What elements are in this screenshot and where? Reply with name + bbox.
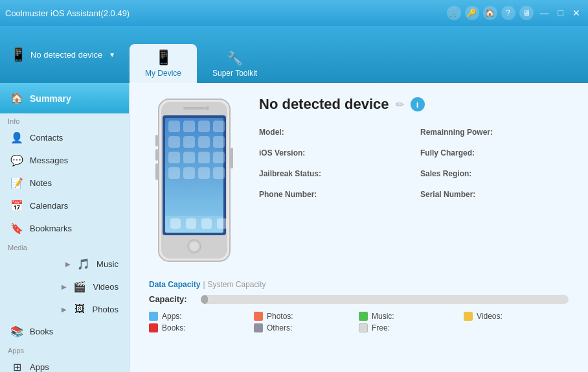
apps-label: Apps [30,362,49,372]
sidebar-item-messages[interactable]: 💬 Messages [0,149,129,172]
model-field: Model: [259,126,407,137]
svg-rect-32 [231,148,233,169]
books-dot [149,323,158,332]
sidebar-item-photos[interactable]: ▶ 🖼 Photos [0,298,129,320]
remaining-power-field: Remainning Power: [420,126,569,137]
monitor-icon[interactable]: 🖥 [519,6,534,20]
media-section-header: Media [0,240,129,253]
help-icon[interactable]: ? [501,6,515,20]
sidebar-item-summary[interactable]: 🏠 Summary [0,83,129,113]
key-icon[interactable]: 🔑 [465,6,479,20]
info-section-header: Info [0,113,129,126]
svg-rect-14 [198,136,210,148]
videos-label: Videos [93,282,119,292]
jailbreak-status-label: Jailbreak Status: [259,169,321,178]
phone-svg [152,96,236,264]
svg-rect-16 [168,152,180,163]
sidebar-item-bookmarks[interactable]: 🔖 Bookmarks [0,217,129,240]
svg-rect-25 [170,218,181,229]
svg-rect-19 [213,152,225,163]
svg-rect-31 [155,163,158,180]
legend-apps: Apps: [149,312,254,321]
calendars-label: Calendars [30,201,68,211]
cart-icon[interactable]: 🛒 [447,6,461,20]
svg-rect-29 [155,135,158,146]
legend-grid: Apps: Photos: Music: Videos: Books: [149,312,569,332]
svg-rect-11 [213,121,225,132]
notes-icon: 📝 [10,177,23,189]
cap-divider: | [203,280,205,289]
close-button[interactable]: ✕ [570,8,583,18]
sidebar-item-apps[interactable]: ⊞ Apps [0,356,129,372]
sidebar-item-notes[interactable]: 📝 Notes [0,172,129,194]
device-details: No detected device ✏ i Model: Remainning… [259,96,569,200]
sidebar-item-contacts[interactable]: 👤 Contacts [0,126,129,149]
music-label: Music [96,259,119,269]
legend-books: Books: [149,323,254,332]
content-area: No detected device ✏ i Model: Remainning… [130,83,588,372]
svg-rect-17 [183,152,195,163]
capacity-bar-row: Capacity: [149,294,569,304]
edit-icon[interactable]: ✏ [396,99,404,111]
books-icon: 📚 [10,325,23,338]
svg-point-6 [205,106,209,110]
device-selector[interactable]: 📱 No detected device ▼ [0,26,130,83]
device-info-row: No detected device ✏ i Model: Remainning… [149,96,569,264]
sidebar-item-videos[interactable]: ▶ 🎬 Videos [0,275,129,298]
photos-expand-icon: ▶ [62,306,67,313]
minimize-button[interactable]: — [537,8,552,18]
data-capacity-tab[interactable]: Data Capacity [149,280,200,289]
nav-bar: 📱 No detected device ▼ 📱 My Device 🔧 Sup… [0,26,588,83]
device-title-row: No detected device ✏ i [259,96,569,113]
music-expand-icon: ▶ [65,261,71,268]
calendars-icon: 📅 [10,200,23,212]
svg-rect-12 [168,136,180,148]
phone-number-label: Phone Number: [259,190,317,199]
svg-point-4 [190,242,199,251]
svg-rect-28 [217,218,227,229]
title-bar: Coolmuster iOS Assistant(2.0.49) 🛒 🔑 🏠 ?… [0,0,588,26]
fully-charged-field: Fully Charged: [420,146,569,158]
bookmarks-icon: 🔖 [10,222,23,235]
svg-rect-26 [186,218,196,229]
legend-music: Music: [359,312,464,321]
sidebar-item-books[interactable]: 📚 Books [0,320,129,343]
sidebar-item-music[interactable]: ▶ 🎵 Music [0,253,129,275]
home-icon[interactable]: 🏠 [483,6,497,20]
device-title: No detected device [259,96,389,113]
app-title: Coolmuster iOS Assistant(2.0.49) [5,8,130,18]
nav-tabs: 📱 My Device 🔧 Super Toolkit [130,26,273,83]
messages-icon: 💬 [10,154,23,167]
maximize-button[interactable]: □ [556,8,566,18]
my-device-tab-icon: 📱 [155,49,172,66]
phone-number-field: Phone Number: [259,188,407,200]
tab-my-device[interactable]: 📱 My Device [130,44,197,83]
legend-free: Free: [359,323,464,332]
photos-icon: 🖼 [73,303,86,315]
music-icon: 🎵 [77,258,90,270]
info-grid: Model: Remainning Power: iOS Version: Fu… [259,126,569,200]
apps-section-header: Apps [0,343,129,356]
messages-label: Messages [30,156,68,165]
super-toolkit-tab-icon: 🔧 [227,51,243,66]
title-bar-left: Coolmuster iOS Assistant(2.0.49) [5,8,130,18]
sidebar-item-calendars[interactable]: 📅 Calendars [0,194,129,217]
info-icon[interactable]: i [411,97,425,111]
main-layout: 🏠 Summary Info 👤 Contacts 💬 Messages 📝 N… [0,83,588,372]
videos-dot [464,312,473,321]
apps-icon: ⊞ [10,361,23,372]
device-selector-icon: 📱 [10,47,27,62]
videos-legend-label: Videos: [477,312,503,321]
photos-label: Photos [93,305,119,314]
system-capacity-tab[interactable]: System Capacity [208,280,266,289]
svg-rect-9 [183,121,195,132]
svg-rect-27 [201,218,212,229]
capacity-section: Data Capacity | System Capacity Capacity… [149,280,569,332]
photos-legend-label: Photos: [267,312,293,321]
sidebar-summary-label: Summary [30,93,71,104]
contacts-icon: 👤 [10,132,23,144]
ios-version-label: iOS Version: [259,148,305,157]
tab-super-toolkit[interactable]: 🔧 Super Toolkit [197,45,273,83]
svg-rect-20 [168,167,180,179]
capacity-tabs: Data Capacity | System Capacity [149,280,569,289]
